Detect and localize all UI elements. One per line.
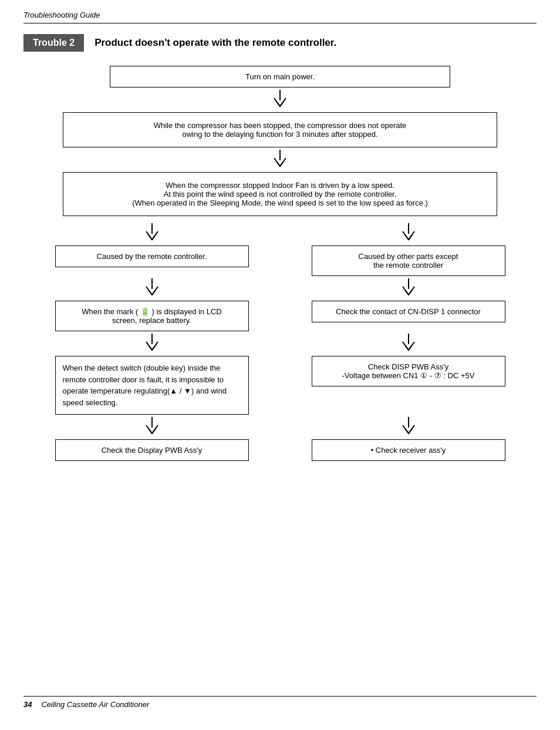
trouble-section: Trouble 2 Product doesn't operate with t… [23, 34, 537, 52]
caused-right-col: Caused by other parts except the remote … [290, 245, 526, 276]
svg-line-14 [152, 290, 156, 295]
svg-line-19 [149, 345, 152, 350]
flow-container: Turn on main power. While the compressor… [23, 66, 537, 461]
svg-line-25 [149, 429, 152, 433]
header-line: Troubleshooting Guide [23, 11, 537, 23]
arrow-3-right [400, 223, 417, 243]
svg-line-8 [152, 235, 156, 240]
svg-line-16 [405, 290, 409, 295]
svg-line-4 [276, 162, 280, 166]
svg-line-11 [409, 235, 412, 240]
svg-line-28 [405, 429, 409, 433]
arrow-1 [272, 90, 288, 110]
svg-line-22 [405, 345, 409, 350]
page-container: Troubleshooting Guide Trouble 2 Product … [0, 0, 560, 730]
arrow-2 [272, 150, 288, 170]
trouble-badge: Trouble 2 [23, 34, 84, 52]
svg-line-2 [280, 102, 284, 106]
split-arrows-row-3 [23, 331, 537, 356]
arrow-4-right [400, 278, 417, 298]
caused-by-row: Caused by the remote controller. Caused … [23, 245, 537, 276]
svg-line-7 [149, 235, 152, 240]
svg-line-5 [280, 162, 284, 166]
box-check-receiver: • Check receiver ass'y [312, 439, 505, 461]
box-caused-other: Caused by other parts except the remote … [312, 245, 505, 276]
box-disp-pwb: Check DISP PWB Ass'y -Voltage between CN… [312, 356, 505, 386]
footer-title: Ceiling Cassette Air Conditioner [41, 700, 149, 709]
split-arrows-row-4 [23, 415, 537, 439]
box-lcd-battery: When the mark ( 🔋 ) is displayed in LCD … [55, 301, 249, 331]
svg-line-10 [405, 235, 409, 240]
footer-line: 34 Ceiling Cassette Air Conditioner [23, 696, 537, 709]
arrow-3-left [144, 223, 160, 243]
arrow-6-right [400, 417, 417, 437]
svg-line-23 [409, 345, 412, 350]
caused-left-col: Caused by the remote controller. [33, 245, 269, 267]
footer-page-number: 34 [23, 700, 32, 709]
box-turn-on-power: Turn on main power. [110, 66, 450, 88]
svg-line-29 [409, 429, 412, 433]
arrow-5-left [144, 334, 160, 354]
svg-line-1 [276, 102, 280, 106]
box-display-pwb: Check the Display PWB Ass'y [55, 439, 249, 461]
arrow-4-left [144, 278, 160, 298]
svg-line-26 [152, 429, 156, 433]
box-compressor-delay: While the compressor has been stopped, t… [63, 112, 497, 147]
split-arrows-row-2 [23, 276, 537, 301]
header-title: Troubleshooting Guide [23, 11, 100, 19]
detect-switch-row: When the detect switch (double key) insi… [23, 356, 537, 415]
svg-line-20 [152, 345, 156, 350]
arrow-6-left [144, 417, 160, 437]
svg-line-17 [409, 290, 412, 295]
box-detect-switch: When the detect switch (double key) insi… [55, 356, 249, 415]
arrow-5-right [400, 334, 417, 354]
split-arrows-row [23, 221, 537, 245]
lcd-cndisp-row: When the mark ( 🔋 ) is displayed in LCD … [23, 301, 537, 331]
trouble-desc: Product doesn't operate with the remote … [95, 37, 336, 49]
box-fan-low-speed: When the compressor stopped Indoor Fan i… [63, 172, 497, 216]
svg-line-13 [149, 290, 152, 295]
final-row: Check the Display PWB Ass'y • Check rece… [23, 439, 537, 461]
box-cndisp-connector: Check the contact of CN-DISP 1 connector [312, 301, 505, 322]
split-col-left [33, 221, 269, 245]
split-col-right [290, 221, 526, 245]
box-caused-remote: Caused by the remote controller. [55, 245, 249, 267]
